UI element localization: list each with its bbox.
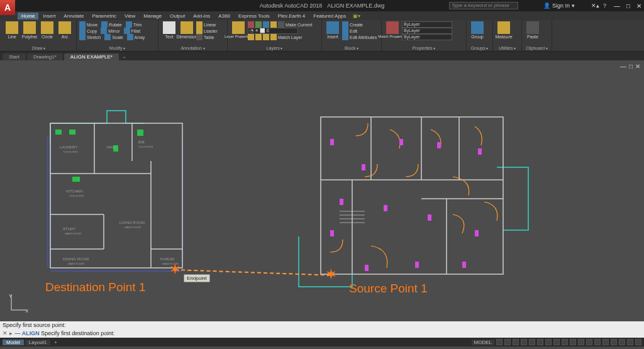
edit-block-button[interactable]: Edit xyxy=(350,29,357,33)
tab-a360[interactable]: A360 xyxy=(214,13,234,19)
leader-button[interactable]: Leader xyxy=(204,29,218,33)
scale-button[interactable]: Scale xyxy=(112,35,123,40)
viewport-close[interactable]: ✕ xyxy=(635,63,640,70)
lineweight-dropdown[interactable]: ByLayer xyxy=(402,28,452,34)
tab-home[interactable]: Home xyxy=(18,13,38,19)
create-block-button[interactable]: Create xyxy=(350,23,363,27)
array-button[interactable]: Array xyxy=(135,35,145,40)
tab-featured[interactable]: Featured Apps xyxy=(309,13,350,19)
command-line[interactable]: ✕ ▸ — ALIGN Specify first destination po… xyxy=(0,329,644,338)
fillet-button[interactable]: Fillet xyxy=(131,29,141,33)
window-maximize[interactable]: □ xyxy=(626,3,630,9)
layout-tab[interactable]: Layout1 xyxy=(25,340,50,345)
panel-annotation-title[interactable]: Annotation xyxy=(161,45,225,51)
match-layer-button[interactable]: Match Layer xyxy=(278,35,303,40)
window-close[interactable]: ✕ xyxy=(636,3,641,9)
exchange-icon[interactable]: ✕▴ xyxy=(591,3,599,9)
model-tab[interactable]: Model xyxy=(3,340,24,345)
linetype-dropdown[interactable]: ByLayer xyxy=(402,34,452,40)
keyword-search[interactable]: Type a keyword or phrase xyxy=(449,2,518,9)
panel-block: Insert Create Edit Edit Attributes Block xyxy=(322,20,382,51)
move-button[interactable]: Move xyxy=(87,23,97,27)
window-minimize[interactable]: — xyxy=(614,3,620,9)
tab-output[interactable]: Output xyxy=(166,13,189,19)
add-layout[interactable]: + xyxy=(52,340,60,345)
panel-block-title[interactable]: Block xyxy=(325,45,379,51)
app-logo[interactable]: A xyxy=(0,0,15,15)
measure-button[interactable]: Measure xyxy=(496,21,512,39)
file-tab-drawing1[interactable]: Drawing1* xyxy=(27,53,63,60)
table-button[interactable]: Table xyxy=(204,35,214,40)
layer-properties-button[interactable]: Layer Properties xyxy=(230,21,247,38)
otrack-icon[interactable] xyxy=(537,339,543,345)
panel-layers-title[interactable]: Layers xyxy=(230,45,319,51)
annotation-monitor-icon[interactable] xyxy=(586,339,592,345)
linear-button[interactable]: Linear xyxy=(204,23,216,27)
new-file-tab[interactable]: + xyxy=(120,55,128,60)
osnap-icon[interactable] xyxy=(529,339,535,345)
stretch-button[interactable]: Stretch xyxy=(87,35,101,40)
annotation-scale-icon[interactable] xyxy=(570,339,576,345)
copy-button[interactable]: Copy xyxy=(87,29,97,33)
grid-icon[interactable] xyxy=(496,339,502,345)
viewport-minimize[interactable]: — xyxy=(620,63,626,70)
panel-properties: Match Properties ByLayer ByLayer ByLayer… xyxy=(382,20,467,51)
tab-plex[interactable]: Plex.Earth 4 xyxy=(274,13,309,19)
viewport-maximize[interactable]: □ xyxy=(629,63,633,70)
panel-clipboard-title[interactable]: Clipboard xyxy=(525,45,549,51)
isolate-icon[interactable] xyxy=(611,339,617,345)
paste-button[interactable]: Paste xyxy=(525,21,541,39)
arc-button[interactable]: Arc xyxy=(57,21,73,39)
trim-button[interactable]: Trim xyxy=(133,23,142,27)
group-button[interactable]: Group xyxy=(469,21,486,39)
command-icons[interactable]: ✕ ▸ xyxy=(3,330,13,336)
cleanscreen-icon[interactable] xyxy=(627,339,633,345)
color-dropdown[interactable]: ByLayer xyxy=(402,21,452,28)
tab-insert[interactable]: Insert xyxy=(39,13,59,19)
file-tab-start[interactable]: Start xyxy=(3,53,26,60)
insert-button[interactable]: Insert xyxy=(325,21,341,39)
status-model-label[interactable]: MODEL xyxy=(472,340,494,345)
tab-manage[interactable]: Manage xyxy=(140,13,165,19)
line-button[interactable]: Line xyxy=(4,21,20,39)
match-properties-button[interactable]: Match Properties xyxy=(384,21,401,38)
lineweight-icon[interactable] xyxy=(545,339,552,345)
circle-button[interactable]: Circle xyxy=(39,21,55,39)
quickprops-icon[interactable] xyxy=(602,339,609,345)
help-icon[interactable]: ? xyxy=(603,3,606,9)
rotate-button[interactable]: Rotate xyxy=(109,23,122,27)
file-tab-align-example[interactable]: ALIGN EXAMPLE* xyxy=(64,53,119,60)
customize-icon[interactable] xyxy=(635,339,641,345)
tab-express[interactable]: Express Tools xyxy=(235,13,274,19)
svg-rect-39 xyxy=(330,139,334,145)
cycling-icon[interactable] xyxy=(562,339,568,345)
panel-groups-title[interactable]: Groups xyxy=(469,45,490,51)
text-button[interactable]: Text xyxy=(161,21,177,39)
panel-modify-title[interactable]: Modify xyxy=(79,45,155,51)
make-current-button[interactable]: Make Current xyxy=(286,23,312,27)
workspace-icon[interactable] xyxy=(578,339,584,345)
panel-properties-title[interactable]: Properties xyxy=(384,45,464,51)
ortho-icon[interactable] xyxy=(513,339,519,345)
drawing-canvas[interactable]: — □ ✕ LAUNDRY TILE FLOOR HALL B/B TILE F… xyxy=(0,60,644,321)
tab-addins[interactable]: Add-ins xyxy=(189,13,214,19)
svg-text:KITCHEN: KITCHEN xyxy=(66,189,82,193)
polar-icon[interactable] xyxy=(521,339,527,345)
panel-draw-title[interactable]: Draw xyxy=(4,45,74,51)
mirror-button[interactable]: Mirror xyxy=(108,29,119,33)
tab-annotate[interactable]: Annotate xyxy=(60,13,87,19)
tab-parametric[interactable]: Parametric xyxy=(88,13,120,19)
panel-utilities-title[interactable]: Utilities xyxy=(496,45,519,51)
sign-in-button[interactable]: 👤 Sign In ▾ xyxy=(543,3,575,9)
dimension-button[interactable]: Dimension xyxy=(179,21,195,39)
layer-dropdown[interactable]: ◔ ☀ ⬜ 0 xyxy=(248,28,298,34)
edit-attributes-button[interactable]: Edit Attributes xyxy=(350,35,377,40)
hardware-accel-icon[interactable] xyxy=(619,339,625,345)
transparency-icon[interactable] xyxy=(553,339,560,345)
snap-icon[interactable] xyxy=(504,339,511,345)
ribbon-collapse-icon[interactable]: ▣▾ xyxy=(353,13,360,19)
units-icon[interactable] xyxy=(594,339,601,345)
svg-rect-49 xyxy=(415,262,419,268)
polyline-button[interactable]: Polyline xyxy=(21,21,38,39)
tab-view[interactable]: View xyxy=(121,13,139,19)
